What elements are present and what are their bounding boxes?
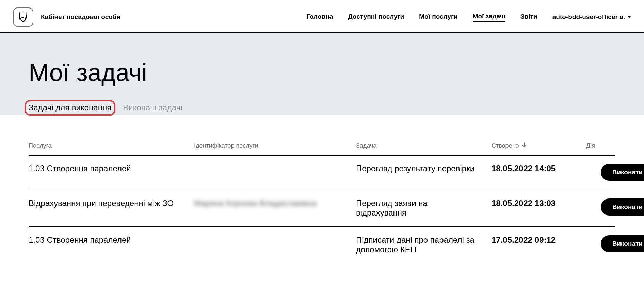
- hero: Мої задачі Задачі для виконання Виконані…: [0, 33, 644, 115]
- cell-created: 18.05.2022 14:05: [492, 164, 586, 173]
- user-label: auto-bdd-user-officer a.: [552, 13, 625, 21]
- th-id[interactable]: Ідентифікатор послуги: [194, 142, 356, 149]
- cell-task: Перегляд результату перевірки: [356, 164, 492, 173]
- header: Кабінет посадової особи Головна Доступні…: [0, 3, 644, 33]
- tab-todo-label: Задачі для виконання: [29, 103, 111, 112]
- cell-service: Відрахування при переведенні між ЗО: [29, 198, 194, 208]
- tab-todo[interactable]: Задачі для виконання: [29, 103, 111, 115]
- cell-id: Марина Корнєва Владиславівна: [194, 198, 356, 208]
- execute-button[interactable]: Виконати: [601, 235, 644, 252]
- table-body: 1.03 Створення паралелейПерегляд результ…: [29, 156, 615, 263]
- cell-action: Виконати: [586, 164, 644, 181]
- cell-action: Виконати: [586, 235, 644, 252]
- tab-done[interactable]: Виконані задачі: [123, 103, 182, 115]
- cell-created: 17.05.2022 09:12: [492, 235, 586, 245]
- nav-available-services[interactable]: Доступні послуги: [348, 13, 404, 21]
- nav-reports[interactable]: Звіти: [520, 13, 537, 21]
- tabs: Задачі для виконання Виконані задачі: [29, 103, 615, 115]
- execute-button[interactable]: Виконати: [601, 198, 644, 216]
- execute-button[interactable]: Виконати: [601, 164, 644, 181]
- th-created[interactable]: Створено: [492, 142, 586, 149]
- page-title: Мої задачі: [29, 59, 615, 86]
- nav-my-tasks[interactable]: Мої задачі: [473, 13, 505, 22]
- cell-created: 18.05.2022 13:03: [492, 198, 586, 208]
- nav-home[interactable]: Головна: [306, 13, 333, 21]
- th-created-label: Створено: [492, 142, 519, 149]
- content: Послуга Ідентифікатор послуги Задача Ств…: [0, 115, 644, 277]
- sort-desc-icon: [522, 142, 527, 149]
- th-action: Дія: [586, 142, 637, 149]
- nav-my-services[interactable]: Мої послуги: [419, 13, 457, 21]
- user-menu[interactable]: auto-bdd-user-officer a.: [552, 13, 631, 21]
- table-row: Відрахування при переведенні між ЗОМарин…: [29, 190, 615, 227]
- chevron-down-icon: [628, 16, 631, 18]
- brand-text: Кабінет посадової особи: [41, 13, 120, 21]
- cell-task: Перегляд заяви на відрахування: [356, 198, 492, 218]
- cell-service: 1.03 Створення паралелей: [29, 235, 194, 245]
- table-header: Послуга Ідентифікатор послуги Задача Ств…: [29, 139, 615, 156]
- main-nav: Головна Доступні послуги Мої послуги Мої…: [306, 13, 631, 22]
- cell-action: Виконати: [586, 198, 644, 216]
- trident-icon: [19, 11, 28, 23]
- table-row: 1.03 Створення паралелейПідписати дані п…: [29, 227, 615, 263]
- logo[interactable]: [13, 7, 33, 27]
- cell-service: 1.03 Створення паралелей: [29, 164, 194, 173]
- table-row: 1.03 Створення паралелейПерегляд результ…: [29, 156, 615, 190]
- cell-task: Підписати дані про паралелі за допомогою…: [356, 235, 492, 254]
- th-task[interactable]: Задача: [356, 142, 492, 149]
- th-service[interactable]: Послуга: [29, 142, 194, 149]
